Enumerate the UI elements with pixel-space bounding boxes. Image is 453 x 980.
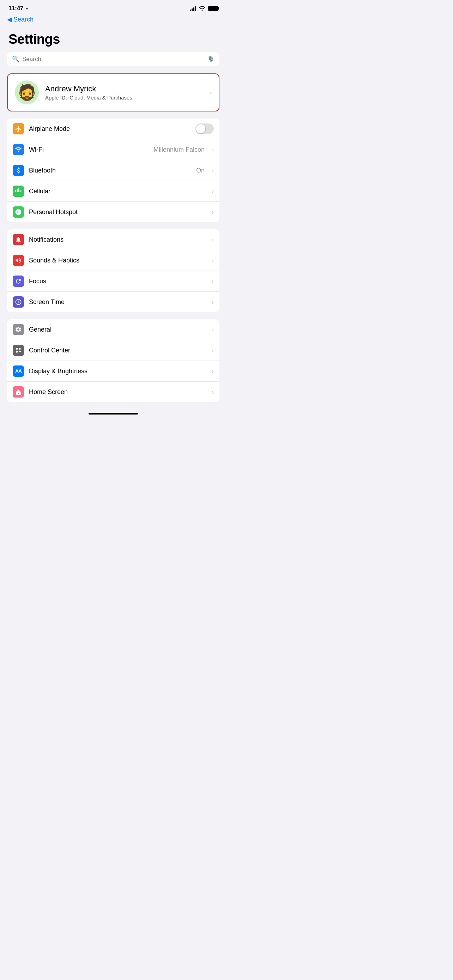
microphone-icon[interactable]: 🎙️ <box>207 56 215 63</box>
wifi-label: Wi-Fi <box>29 146 149 153</box>
control-center-chevron-icon: › <box>212 347 214 354</box>
svg-point-1 <box>19 348 21 350</box>
home-screen-row[interactable]: Home Screen › <box>7 382 219 402</box>
profile-info: Andrew Myrick Apple ID, iCloud, Media & … <box>45 84 203 100</box>
home-screen-chevron-icon: › <box>212 388 214 396</box>
airplane-mode-toggle[interactable] <box>196 124 214 134</box>
avatar: 🧔 <box>15 80 39 104</box>
status-bar: 11:47 ▪ <box>0 0 227 15</box>
sounds-icon <box>13 255 24 266</box>
back-navigation[interactable]: ◀ Search <box>0 15 227 26</box>
focus-chevron-icon: › <box>212 278 214 285</box>
battery-icon <box>208 6 218 11</box>
focus-label: Focus <box>29 278 207 285</box>
hotspot-icon <box>13 206 24 218</box>
cellular-label: Cellular <box>29 188 207 195</box>
focus-icon <box>13 275 24 287</box>
bluetooth-value: On <box>196 167 205 174</box>
notifications-label: Notifications <box>29 236 207 243</box>
display-brightness-label: Display & Brightness <box>29 368 207 375</box>
svg-point-0 <box>16 348 17 350</box>
display-brightness-row[interactable]: AA Display & Brightness › <box>7 361 219 382</box>
sounds-haptics-label: Sounds & Haptics <box>29 257 207 264</box>
connectivity-group: Airplane Mode Wi-Fi Millennium Falcon › … <box>7 119 219 222</box>
bluetooth-chevron-icon: › <box>212 167 214 174</box>
profile-subtitle: Apple ID, iCloud, Media & Purchases <box>45 95 203 100</box>
screen-time-label: Screen Time <box>29 298 207 306</box>
notifications-chevron-icon: › <box>212 236 214 243</box>
back-chevron-icon: ◀ <box>7 16 12 23</box>
notifications-icon <box>13 234 24 245</box>
wifi-icon <box>13 144 24 155</box>
profile-name: Andrew Myrick <box>45 84 203 94</box>
screen-time-chevron-icon: › <box>212 298 214 306</box>
sounds-haptics-row[interactable]: Sounds & Haptics › <box>7 250 219 271</box>
cellular-icon <box>13 186 24 197</box>
profile-card[interactable]: 🧔 Andrew Myrick Apple ID, iCloud, Media … <box>7 73 219 111</box>
status-left: 11:47 ▪ <box>8 5 28 12</box>
home-screen-icon <box>13 386 24 398</box>
search-bar[interactable]: 🔍 🎙️ <box>7 52 219 66</box>
home-indicator <box>0 409 227 420</box>
display-group: General › Control Center › AA Display & … <box>7 319 219 402</box>
status-time: 11:47 <box>8 5 23 12</box>
bluetooth-row[interactable]: Bluetooth On › <box>7 160 219 181</box>
screen-time-row[interactable]: Screen Time › <box>7 292 219 312</box>
wifi-chevron-icon: › <box>212 146 214 153</box>
home-bar <box>89 413 138 415</box>
back-label: Search <box>13 16 33 23</box>
wifi-row[interactable]: Wi-Fi Millennium Falcon › <box>7 139 219 160</box>
display-brightness-icon: AA <box>13 366 24 377</box>
general-label: General <box>29 326 207 333</box>
notifications-row[interactable]: Notifications › <box>7 229 219 250</box>
bluetooth-icon <box>13 165 24 176</box>
svg-rect-3 <box>19 352 21 352</box>
personal-hotspot-label: Personal Hotspot <box>29 208 207 216</box>
search-input[interactable] <box>22 56 204 63</box>
status-right <box>190 6 218 12</box>
sounds-chevron-icon: › <box>212 257 214 264</box>
general-chevron-icon: › <box>212 326 214 333</box>
airplane-mode-label: Airplane Mode <box>29 125 191 133</box>
home-screen-label: Home Screen <box>29 388 207 396</box>
notifications-group: Notifications › Sounds & Haptics › Focus… <box>7 229 219 312</box>
wifi-status-icon <box>199 6 205 12</box>
screen-time-icon <box>13 296 24 308</box>
airplane-mode-icon <box>13 123 24 134</box>
signal-bars <box>190 6 196 11</box>
cellular-chevron-icon: › <box>212 188 214 195</box>
screen-record-icon: ▪ <box>26 6 28 11</box>
bluetooth-label: Bluetooth <box>29 167 191 174</box>
cellular-row[interactable]: Cellular › <box>7 181 219 202</box>
focus-row[interactable]: Focus › <box>7 271 219 292</box>
page-title: Settings <box>0 26 227 52</box>
general-row[interactable]: General › <box>7 319 219 340</box>
display-brightness-chevron-icon: › <box>212 368 214 375</box>
search-icon: 🔍 <box>12 56 19 63</box>
control-center-icon <box>13 345 24 356</box>
control-center-label: Control Center <box>29 347 207 354</box>
svg-point-2 <box>16 351 17 353</box>
profile-chevron-icon: › <box>210 89 212 96</box>
control-center-row[interactable]: Control Center › <box>7 340 219 361</box>
general-icon <box>13 324 24 335</box>
hotspot-chevron-icon: › <box>212 208 214 216</box>
wifi-value: Millennium Falcon <box>153 146 205 153</box>
airplane-mode-row[interactable]: Airplane Mode <box>7 119 219 139</box>
avatar-emoji: 🧔 <box>17 85 37 100</box>
personal-hotspot-row[interactable]: Personal Hotspot › <box>7 202 219 222</box>
